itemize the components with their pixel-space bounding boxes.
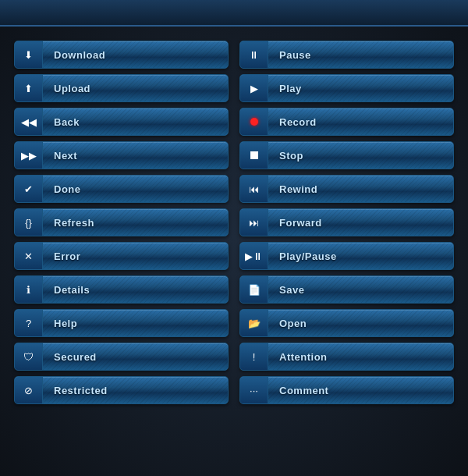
play-icon-wrapper: ▶ [240,74,268,102]
refresh-icon-wrapper: {} [15,208,43,236]
stop-label: Stop [268,150,453,162]
details-label: Details [43,284,228,296]
record-button[interactable]: Record [239,108,454,136]
rewind-icon-wrapper: ⏮ [240,175,268,203]
playpause-icon-wrapper: ▶⏸ [240,242,268,270]
playpause-label: Play/Pause [268,250,453,262]
details-icon: ℹ [27,284,30,296]
rewind-button[interactable]: ⏮ Rewind [239,175,454,203]
refresh-button[interactable]: {} Refresh [14,208,229,236]
record-label: Record [268,116,453,128]
refresh-label: Refresh [43,217,228,229]
comment-icon: ··· [250,385,258,396]
error-label: Error [43,250,228,262]
play-button[interactable]: ▶ Play [239,74,454,102]
save-icon: 📄 [248,284,261,296]
attention-button[interactable]: ! Attention [239,343,454,371]
done-icon: ✔ [24,183,33,195]
back-button[interactable]: ◀◀ Back [14,108,229,136]
attention-icon-wrapper: ! [240,343,268,371]
help-icon: ? [26,318,31,329]
open-label: Open [268,318,453,329]
pause-icon-wrapper: ⏸ [240,41,268,69]
download-label: Download [43,49,228,61]
page-header [0,0,468,27]
stop-icon-wrapper [240,141,268,169]
next-label: Next [43,150,228,162]
forward-label: Forward [268,217,453,229]
help-button[interactable]: ? Help [14,309,229,337]
playpause-icon: ▶⏸ [245,250,263,262]
next-button[interactable]: ▶▶ Next [14,141,229,169]
next-icon: ▶▶ [21,150,37,162]
open-icon-wrapper: 📂 [240,309,268,337]
open-button[interactable]: 📂 Open [239,309,454,337]
secured-icon-wrapper: 🛡 [15,343,43,371]
left-column: ⬇ Download ⬆ Upload ◀◀ Back ▶▶ Next ✔ Do… [14,41,229,404]
done-icon-wrapper: ✔ [15,175,43,203]
comment-button[interactable]: ··· Comment [239,376,454,404]
rewind-icon: ⏮ [249,183,259,195]
upload-icon-wrapper: ⬆ [15,74,43,102]
attention-label: Attention [268,351,453,363]
playpause-button[interactable]: ▶⏸ Play/Pause [239,242,454,270]
secured-label: Secured [43,351,228,363]
error-button[interactable]: ✕ Error [14,242,229,270]
pause-icon: ⏸ [249,49,259,61]
done-label: Done [43,183,228,195]
refresh-icon: {} [25,217,32,229]
restricted-button[interactable]: ⊘ Restricted [14,376,229,404]
stop-button[interactable]: Stop [239,141,454,169]
download-button[interactable]: ⬇ Download [14,41,229,69]
restricted-icon-wrapper: ⊘ [15,376,43,404]
stop-square-icon [250,151,258,159]
rewind-label: Rewind [268,183,453,195]
save-label: Save [268,284,453,296]
help-icon-wrapper: ? [15,309,43,337]
done-button[interactable]: ✔ Done [14,175,229,203]
forward-icon-wrapper: ⏭ [240,208,268,236]
restricted-icon: ⊘ [24,385,33,396]
comment-label: Comment [268,385,453,396]
secured-button[interactable]: 🛡 Secured [14,343,229,371]
play-icon: ▶ [250,83,258,94]
save-icon-wrapper: 📄 [240,275,268,304]
play-label: Play [268,83,453,94]
forward-icon: ⏭ [249,217,259,229]
upload-label: Upload [43,83,228,94]
upload-icon: ⬆ [24,83,33,94]
forward-button[interactable]: ⏭ Forward [239,208,454,236]
help-label: Help [43,318,228,329]
download-icon-wrapper: ⬇ [15,41,43,69]
error-icon: ✕ [24,250,33,262]
restricted-label: Restricted [43,385,228,396]
download-icon: ⬇ [24,49,33,61]
pause-label: Pause [268,49,453,61]
error-icon-wrapper: ✕ [15,242,43,270]
back-icon: ◀◀ [21,116,37,128]
secured-icon: 🛡 [23,351,34,363]
back-label: Back [43,116,228,128]
button-grid: ⬇ Download ⬆ Upload ◀◀ Back ▶▶ Next ✔ Do… [0,41,468,404]
attention-icon: ! [253,351,256,363]
record-dot-icon [250,118,258,126]
open-icon: 📂 [248,318,261,329]
save-button[interactable]: 📄 Save [239,275,454,304]
right-column: ⏸ Pause ▶ Play Record Stop ⏮ Rewind [239,41,454,404]
details-icon-wrapper: ℹ [15,275,43,304]
comment-icon-wrapper: ··· [240,376,268,404]
upload-button[interactable]: ⬆ Upload [14,74,229,102]
back-icon-wrapper: ◀◀ [15,108,43,136]
record-icon-wrapper [240,108,268,136]
pause-button[interactable]: ⏸ Pause [239,41,454,69]
next-icon-wrapper: ▶▶ [15,141,43,169]
details-button[interactable]: ℹ Details [14,275,229,304]
